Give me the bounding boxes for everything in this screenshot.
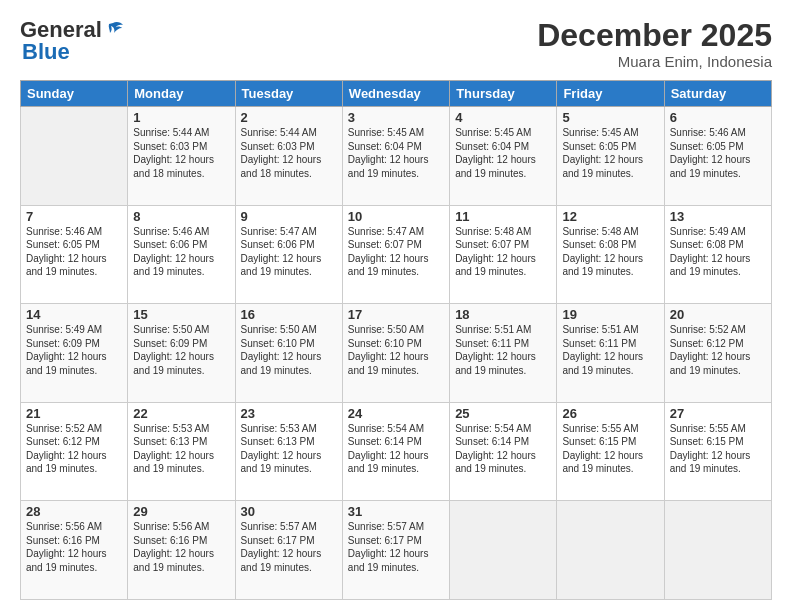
calendar-cell: 5Sunrise: 5:45 AMSunset: 6:05 PMDaylight…: [557, 107, 664, 206]
cell-day-number: 5: [562, 110, 658, 125]
page-title: December 2025: [537, 18, 772, 53]
cell-day-number: 12: [562, 209, 658, 224]
calendar-cell: 27Sunrise: 5:55 AMSunset: 6:15 PMDayligh…: [664, 402, 771, 501]
calendar-cell: 18Sunrise: 5:51 AMSunset: 6:11 PMDayligh…: [450, 304, 557, 403]
calendar-cell: 8Sunrise: 5:46 AMSunset: 6:06 PMDaylight…: [128, 205, 235, 304]
cell-info: Sunrise: 5:45 AMSunset: 6:04 PMDaylight:…: [455, 126, 551, 180]
cell-day-number: 2: [241, 110, 337, 125]
calendar-cell: 4Sunrise: 5:45 AMSunset: 6:04 PMDaylight…: [450, 107, 557, 206]
calendar-cell: 15Sunrise: 5:50 AMSunset: 6:09 PMDayligh…: [128, 304, 235, 403]
cell-day-number: 4: [455, 110, 551, 125]
cell-info: Sunrise: 5:44 AMSunset: 6:03 PMDaylight:…: [133, 126, 229, 180]
calendar-cell: 16Sunrise: 5:50 AMSunset: 6:10 PMDayligh…: [235, 304, 342, 403]
cell-day-number: 26: [562, 406, 658, 421]
cell-info: Sunrise: 5:57 AMSunset: 6:17 PMDaylight:…: [348, 520, 444, 574]
cell-day-number: 29: [133, 504, 229, 519]
logo-blue-text: Blue: [22, 40, 70, 64]
calendar-week-row: 21Sunrise: 5:52 AMSunset: 6:12 PMDayligh…: [21, 402, 772, 501]
cell-day-number: 24: [348, 406, 444, 421]
cell-day-number: 17: [348, 307, 444, 322]
calendar-cell: 23Sunrise: 5:53 AMSunset: 6:13 PMDayligh…: [235, 402, 342, 501]
cell-day-number: 1: [133, 110, 229, 125]
cell-day-number: 8: [133, 209, 229, 224]
calendar-week-row: 28Sunrise: 5:56 AMSunset: 6:16 PMDayligh…: [21, 501, 772, 600]
calendar-cell: 3Sunrise: 5:45 AMSunset: 6:04 PMDaylight…: [342, 107, 449, 206]
cell-day-number: 7: [26, 209, 122, 224]
cell-day-number: 11: [455, 209, 551, 224]
cell-day-number: 27: [670, 406, 766, 421]
logo-bird-icon: [103, 19, 125, 41]
cell-info: Sunrise: 5:50 AMSunset: 6:09 PMDaylight:…: [133, 323, 229, 377]
cell-info: Sunrise: 5:56 AMSunset: 6:16 PMDaylight:…: [26, 520, 122, 574]
cell-info: Sunrise: 5:46 AMSunset: 6:06 PMDaylight:…: [133, 225, 229, 279]
calendar-header-row: SundayMondayTuesdayWednesdayThursdayFrid…: [21, 81, 772, 107]
cell-day-number: 6: [670, 110, 766, 125]
calendar-header-monday: Monday: [128, 81, 235, 107]
calendar-cell: 9Sunrise: 5:47 AMSunset: 6:06 PMDaylight…: [235, 205, 342, 304]
cell-info: Sunrise: 5:55 AMSunset: 6:15 PMDaylight:…: [670, 422, 766, 476]
cell-day-number: 14: [26, 307, 122, 322]
cell-info: Sunrise: 5:47 AMSunset: 6:06 PMDaylight:…: [241, 225, 337, 279]
calendar-week-row: 1Sunrise: 5:44 AMSunset: 6:03 PMDaylight…: [21, 107, 772, 206]
cell-day-number: 19: [562, 307, 658, 322]
cell-info: Sunrise: 5:48 AMSunset: 6:07 PMDaylight:…: [455, 225, 551, 279]
calendar-table: SundayMondayTuesdayWednesdayThursdayFrid…: [20, 80, 772, 600]
calendar-header-tuesday: Tuesday: [235, 81, 342, 107]
calendar-cell: 1Sunrise: 5:44 AMSunset: 6:03 PMDaylight…: [128, 107, 235, 206]
cell-day-number: 30: [241, 504, 337, 519]
cell-info: Sunrise: 5:44 AMSunset: 6:03 PMDaylight:…: [241, 126, 337, 180]
cell-info: Sunrise: 5:53 AMSunset: 6:13 PMDaylight:…: [241, 422, 337, 476]
cell-day-number: 23: [241, 406, 337, 421]
calendar-header-saturday: Saturday: [664, 81, 771, 107]
cell-info: Sunrise: 5:51 AMSunset: 6:11 PMDaylight:…: [455, 323, 551, 377]
cell-info: Sunrise: 5:52 AMSunset: 6:12 PMDaylight:…: [26, 422, 122, 476]
cell-info: Sunrise: 5:57 AMSunset: 6:17 PMDaylight:…: [241, 520, 337, 574]
cell-info: Sunrise: 5:47 AMSunset: 6:07 PMDaylight:…: [348, 225, 444, 279]
calendar-cell: 30Sunrise: 5:57 AMSunset: 6:17 PMDayligh…: [235, 501, 342, 600]
cell-info: Sunrise: 5:54 AMSunset: 6:14 PMDaylight:…: [348, 422, 444, 476]
calendar-cell: 14Sunrise: 5:49 AMSunset: 6:09 PMDayligh…: [21, 304, 128, 403]
cell-info: Sunrise: 5:50 AMSunset: 6:10 PMDaylight:…: [348, 323, 444, 377]
cell-info: Sunrise: 5:45 AMSunset: 6:04 PMDaylight:…: [348, 126, 444, 180]
calendar-cell: [21, 107, 128, 206]
title-block: December 2025 Muara Enim, Indonesia: [537, 18, 772, 70]
cell-day-number: 20: [670, 307, 766, 322]
cell-day-number: 25: [455, 406, 551, 421]
cell-day-number: 21: [26, 406, 122, 421]
cell-day-number: 31: [348, 504, 444, 519]
calendar-cell: 24Sunrise: 5:54 AMSunset: 6:14 PMDayligh…: [342, 402, 449, 501]
calendar-cell: 2Sunrise: 5:44 AMSunset: 6:03 PMDaylight…: [235, 107, 342, 206]
calendar-cell: 25Sunrise: 5:54 AMSunset: 6:14 PMDayligh…: [450, 402, 557, 501]
cell-info: Sunrise: 5:49 AMSunset: 6:09 PMDaylight:…: [26, 323, 122, 377]
cell-day-number: 9: [241, 209, 337, 224]
page: General Blue December 2025 Muara Enim, I…: [0, 0, 792, 612]
calendar-week-row: 7Sunrise: 5:46 AMSunset: 6:05 PMDaylight…: [21, 205, 772, 304]
cell-day-number: 28: [26, 504, 122, 519]
calendar-week-row: 14Sunrise: 5:49 AMSunset: 6:09 PMDayligh…: [21, 304, 772, 403]
cell-info: Sunrise: 5:54 AMSunset: 6:14 PMDaylight:…: [455, 422, 551, 476]
cell-info: Sunrise: 5:46 AMSunset: 6:05 PMDaylight:…: [26, 225, 122, 279]
calendar-header-thursday: Thursday: [450, 81, 557, 107]
calendar-cell: 26Sunrise: 5:55 AMSunset: 6:15 PMDayligh…: [557, 402, 664, 501]
cell-info: Sunrise: 5:51 AMSunset: 6:11 PMDaylight:…: [562, 323, 658, 377]
header: General Blue December 2025 Muara Enim, I…: [20, 18, 772, 70]
cell-day-number: 13: [670, 209, 766, 224]
calendar-header-friday: Friday: [557, 81, 664, 107]
calendar-cell: 19Sunrise: 5:51 AMSunset: 6:11 PMDayligh…: [557, 304, 664, 403]
calendar-cell: [557, 501, 664, 600]
cell-info: Sunrise: 5:49 AMSunset: 6:08 PMDaylight:…: [670, 225, 766, 279]
calendar-cell: 28Sunrise: 5:56 AMSunset: 6:16 PMDayligh…: [21, 501, 128, 600]
calendar-cell: 29Sunrise: 5:56 AMSunset: 6:16 PMDayligh…: [128, 501, 235, 600]
calendar-cell: 13Sunrise: 5:49 AMSunset: 6:08 PMDayligh…: [664, 205, 771, 304]
calendar-cell: 20Sunrise: 5:52 AMSunset: 6:12 PMDayligh…: [664, 304, 771, 403]
calendar-cell: 31Sunrise: 5:57 AMSunset: 6:17 PMDayligh…: [342, 501, 449, 600]
cell-day-number: 3: [348, 110, 444, 125]
calendar-header-wednesday: Wednesday: [342, 81, 449, 107]
cell-info: Sunrise: 5:55 AMSunset: 6:15 PMDaylight:…: [562, 422, 658, 476]
cell-info: Sunrise: 5:56 AMSunset: 6:16 PMDaylight:…: [133, 520, 229, 574]
cell-info: Sunrise: 5:50 AMSunset: 6:10 PMDaylight:…: [241, 323, 337, 377]
logo: General Blue: [20, 18, 125, 64]
cell-info: Sunrise: 5:48 AMSunset: 6:08 PMDaylight:…: [562, 225, 658, 279]
calendar-cell: 22Sunrise: 5:53 AMSunset: 6:13 PMDayligh…: [128, 402, 235, 501]
cell-day-number: 18: [455, 307, 551, 322]
